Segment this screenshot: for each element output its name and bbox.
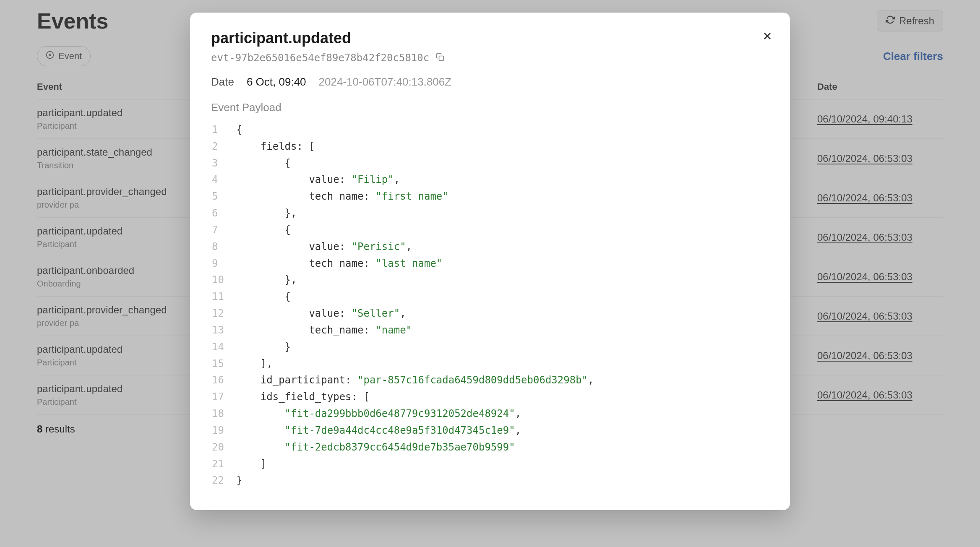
svg-rect-5: [439, 56, 444, 61]
date-iso: 2024-10-06T07:40:13.806Z: [319, 76, 452, 89]
code-line: 7 {: [211, 222, 769, 239]
line-number: 1: [211, 122, 236, 138]
line-content: tech_name: "last_name": [236, 255, 442, 272]
line-number: 4: [211, 172, 236, 188]
line-content: "fit-da299bbb0d6e48779c9312052de48924",: [236, 406, 521, 422]
date-value: 6 Oct, 09:40: [247, 76, 306, 89]
line-content: ]: [236, 456, 266, 473]
code-line: 14 }: [211, 339, 769, 356]
code-line: 8 value: "Perisic",: [211, 239, 769, 255]
line-content: {: [236, 222, 291, 239]
line-content: value: "Seller",: [236, 305, 406, 322]
modal-overlay[interactable]: participant.updated evt-97b2e65016e54ef8…: [0, 0, 980, 547]
code-line: 15 ],: [211, 356, 769, 372]
line-number: 19: [211, 422, 236, 439]
close-button[interactable]: [761, 29, 773, 44]
code-line: 16 id_participant: "par-857c16fcada6459d…: [211, 372, 769, 389]
code-line: 20 "fit-2edcb8379cc6454d9de7b35ae70b9599…: [211, 439, 769, 456]
line-number: 14: [211, 339, 236, 356]
line-number: 16: [211, 372, 236, 389]
line-number: 2: [211, 138, 236, 155]
payload-label: Event Payload: [211, 101, 769, 114]
line-content: ],: [236, 356, 273, 372]
line-content: {: [236, 155, 291, 172]
code-line: 9 tech_name: "last_name": [211, 255, 769, 272]
line-number: 10: [211, 272, 236, 289]
code-line: 18 "fit-da299bbb0d6e48779c9312052de48924…: [211, 406, 769, 422]
event-modal: participant.updated evt-97b2e65016e54ef8…: [190, 13, 790, 510]
line-content: value: "Filip",: [236, 172, 400, 188]
line-number: 9: [211, 255, 236, 272]
line-number: 8: [211, 239, 236, 255]
line-content: fields: [: [236, 138, 315, 155]
line-content: "fit-2edcb8379cc6454d9de7b35ae70b9599": [236, 439, 515, 456]
line-number: 13: [211, 322, 236, 339]
line-content: ids_field_types: [: [236, 389, 370, 406]
line-number: 7: [211, 222, 236, 239]
code-line: 2 fields: [: [211, 138, 769, 155]
code-line: 10 },: [211, 272, 769, 289]
code-line: 11 {: [211, 289, 769, 305]
date-label: Date: [211, 76, 234, 89]
line-content: tech_name: "first_name": [236, 188, 448, 205]
line-number: 3: [211, 155, 236, 172]
line-number: 5: [211, 188, 236, 205]
code-line: 13 tech_name: "name": [211, 322, 769, 339]
code-line: 6 },: [211, 205, 769, 222]
line-number: 6: [211, 205, 236, 222]
code-line: 3 {: [211, 155, 769, 172]
line-number: 15: [211, 356, 236, 372]
event-id: evt-97b2e65016e54ef89e78b42f20c5810c: [211, 52, 429, 64]
line-number: 21: [211, 456, 236, 473]
modal-id-row: evt-97b2e65016e54ef89e78b42f20c5810c: [211, 52, 769, 64]
line-content: },: [236, 272, 297, 289]
line-content: id_participant: "par-857c16fcada6459d809…: [236, 372, 594, 389]
line-content: }: [236, 339, 291, 356]
line-content: },: [236, 205, 297, 222]
code-line: 1{: [211, 122, 769, 138]
modal-title: participant.updated: [211, 29, 769, 47]
code-line: 22}: [211, 472, 769, 489]
line-number: 12: [211, 305, 236, 322]
line-number: 17: [211, 389, 236, 406]
line-number: 22: [211, 472, 236, 489]
line-content: value: "Perisic",: [236, 239, 412, 255]
line-number: 20: [211, 439, 236, 456]
date-row: Date 6 Oct, 09:40 2024-10-06T07:40:13.80…: [211, 76, 769, 89]
payload-code[interactable]: 1{2 fields: [3 {4 value: "Filip",5 tech_…: [211, 122, 769, 489]
line-content: }: [236, 472, 242, 489]
code-line: 4 value: "Filip",: [211, 172, 769, 188]
code-line: 5 tech_name: "first_name": [211, 188, 769, 205]
code-line: 12 value: "Seller",: [211, 305, 769, 322]
line-number: 11: [211, 289, 236, 305]
line-content: "fit-7de9a44dc4cc48e9a5f310d47345c1e9",: [236, 422, 521, 439]
line-content: {: [236, 289, 291, 305]
line-number: 18: [211, 406, 236, 422]
code-line: 19 "fit-7de9a44dc4cc48e9a5f310d47345c1e9…: [211, 422, 769, 439]
line-content: {: [236, 122, 242, 138]
code-line: 17 ids_field_types: [: [211, 389, 769, 406]
copy-icon[interactable]: [436, 53, 444, 63]
line-content: tech_name: "name": [236, 322, 412, 339]
code-line: 21 ]: [211, 456, 769, 473]
